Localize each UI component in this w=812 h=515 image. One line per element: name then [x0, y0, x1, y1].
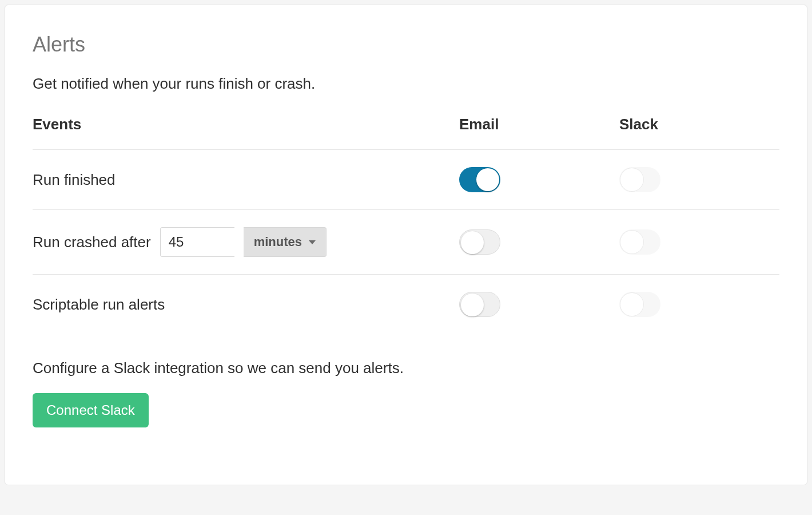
scriptable-alerts-label: Scriptable run alerts [33, 296, 459, 314]
alerts-settings-card: Alerts Get notified when your runs finis… [5, 5, 807, 485]
scriptable-email-toggle[interactable] [459, 292, 500, 317]
crash-duration-input[interactable] [160, 227, 234, 257]
events-header: Events [33, 116, 459, 133]
toggle-knob [620, 168, 643, 191]
toggle-knob [620, 293, 643, 316]
email-header: Email [459, 116, 619, 133]
run-crashed-email-toggle[interactable] [459, 229, 500, 255]
row-run-crashed: Run crashed after minutes [33, 210, 779, 275]
toggle-knob [620, 231, 643, 253]
run-crashed-slack-toggle [619, 229, 660, 255]
page-title: Alerts [33, 33, 779, 57]
run-crashed-label: Run crashed after [33, 233, 151, 251]
connect-slack-button[interactable]: Connect Slack [33, 393, 149, 427]
row-scriptable-alerts: Scriptable run alerts [33, 275, 779, 334]
slack-header: Slack [619, 116, 779, 133]
crash-duration-unit-label: minutes [254, 235, 302, 249]
chevron-down-icon [309, 240, 316, 244]
crash-duration-unit-select[interactable]: minutes [244, 227, 327, 257]
slack-integration-help: Configure a Slack integration so we can … [33, 359, 779, 377]
row-run-finished: Run finished [33, 150, 779, 210]
toggle-knob [476, 168, 499, 191]
alerts-table: Events Email Slack Run finished Run cras… [33, 116, 779, 334]
toggle-knob [461, 231, 484, 254]
table-header-row: Events Email Slack [33, 116, 779, 150]
toggle-knob [461, 294, 484, 316]
page-subtitle: Get notified when your runs finish or cr… [33, 75, 779, 93]
run-finished-label: Run finished [33, 171, 459, 189]
scriptable-slack-toggle [619, 292, 660, 317]
run-finished-slack-toggle [619, 167, 660, 192]
run-finished-email-toggle[interactable] [459, 167, 500, 192]
